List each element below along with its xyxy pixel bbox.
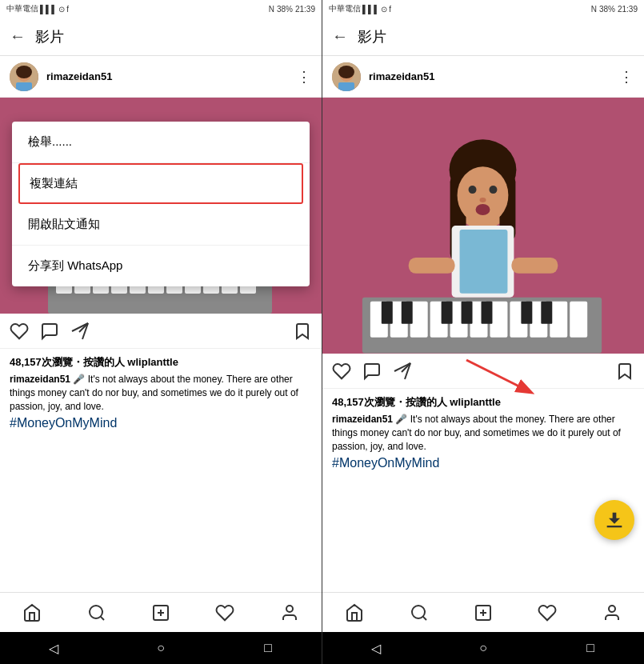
fb-icon-right: f (389, 5, 391, 14)
carrier-left: 中華電信 (6, 3, 38, 14)
profile-nav-left[interactable] (278, 601, 302, 625)
svg-rect-80 (460, 230, 508, 294)
caption-username-left: rimazeidan51 (10, 374, 70, 385)
svg-point-88 (412, 606, 425, 618)
caption-username-right: rimazeidan51 (332, 414, 393, 425)
action-bar-right (322, 354, 644, 389)
svg-rect-64 (402, 302, 413, 324)
svg-rect-63 (382, 302, 393, 324)
comment-button-right[interactable] (362, 362, 382, 381)
svg-point-77 (480, 198, 486, 202)
menu-item-report[interactable]: 檢舉...... (12, 122, 310, 163)
home-nav-left[interactable] (20, 601, 44, 625)
profile-nav-right[interactable] (600, 601, 624, 625)
action-bar-left (0, 314, 322, 349)
right-phone-panel: 中華電信 ▌▌▌ ⊙ f N 38% 21:39 ← 影片 rimazeidan… (322, 0, 644, 664)
back-button-right[interactable]: ← (332, 27, 348, 46)
svg-rect-69 (541, 302, 552, 324)
context-menu: 檢舉...... 複製連結 開啟貼文通知 分享到 WhatsApp (12, 122, 310, 286)
signal-left: ▌▌▌ (40, 5, 57, 14)
status-right-left: N 38% 21:39 (269, 5, 315, 14)
svg-rect-68 (521, 302, 532, 324)
more-options-left[interactable]: ⋮ (297, 68, 312, 86)
comment-button-left[interactable] (40, 322, 59, 341)
username-right: rimazeidan51 (369, 70, 611, 82)
svg-rect-67 (482, 302, 493, 324)
likes-count-left: 48,157次瀏覽・按讚的人 wliplanttle (10, 355, 312, 370)
mic-emoji-left: 🎤 (73, 374, 87, 385)
post-content-left: 48,157次瀏覽・按讚的人 wliplanttle rimazeidan51 … (0, 349, 322, 592)
more-options-right[interactable]: ⋮ (619, 68, 634, 86)
svg-line-89 (422, 616, 426, 619)
svg-rect-58 (490, 302, 507, 338)
app-title-left: 影片 (35, 27, 312, 46)
svg-point-75 (469, 186, 477, 194)
app-title-right: 影片 (358, 27, 634, 46)
share-button-right[interactable] (393, 362, 412, 381)
mic-emoji-right: 🎤 (395, 414, 410, 425)
menu-item-notifications[interactable]: 開啟貼文通知 (12, 204, 310, 246)
android-nav-left: ◁ ○ □ (0, 632, 322, 664)
svg-rect-49 (338, 82, 354, 91)
svg-rect-61 (550, 302, 567, 338)
hashtag-left: #MoneyOnMyMind (10, 416, 312, 430)
android-recent-left[interactable]: □ (260, 640, 276, 656)
svg-rect-3 (16, 82, 32, 91)
heart-nav-left[interactable] (213, 601, 237, 625)
like-button-right[interactable] (332, 362, 351, 381)
time-left: 21:39 (295, 5, 315, 14)
heart-nav-right[interactable] (535, 601, 559, 625)
likes-count-right: 48,157次瀏覽・按讚的人 wliplanttle (332, 395, 634, 410)
status-bar-right: 中華電信 ▌▌▌ ⊙ f N 38% 21:39 (322, 0, 644, 18)
share-button-left[interactable] (70, 322, 90, 341)
bluetooth-left: N (269, 5, 274, 14)
svg-rect-62 (570, 302, 587, 338)
caption-right: rimazeidan51 🎤 It's not always about the… (332, 413, 634, 453)
app-bar-left: ← 影片 (0, 18, 322, 56)
svg-rect-82 (511, 258, 558, 274)
video-area-right (322, 98, 644, 354)
android-back-left[interactable]: ◁ (46, 640, 62, 656)
svg-point-93 (609, 606, 615, 612)
avatar-left (10, 62, 38, 91)
download-button[interactable] (594, 500, 634, 540)
post-header-left: rimazeidan51 ⋮ (0, 56, 322, 98)
battery-right: 38% (599, 5, 615, 14)
add-nav-left[interactable] (149, 601, 173, 625)
bottom-nav-right (322, 592, 644, 632)
bookmark-button-left[interactable] (293, 322, 312, 341)
svg-line-41 (100, 616, 103, 619)
like-button-left[interactable] (10, 322, 29, 341)
android-home-left[interactable]: ○ (153, 640, 169, 656)
android-back-right[interactable]: ◁ (368, 640, 384, 656)
bookmark-button-right[interactable] (615, 362, 634, 381)
svg-point-45 (286, 606, 293, 612)
search-nav-right[interactable] (407, 601, 431, 625)
left-phone-panel: 中華電信 ▌▌▌ ⊙ f N 38% 21:39 ← 影片 rimazeidan… (0, 0, 322, 664)
android-home-right[interactable]: ○ (475, 640, 491, 656)
svg-point-40 (90, 606, 102, 618)
post-content-right: 48,157次瀏覽・按讚的人 wliplanttle rimazeidan51 … (322, 389, 644, 592)
menu-item-copy-highlighted[interactable]: 複製連結 (18, 163, 303, 204)
svg-rect-66 (462, 302, 473, 324)
home-nav-right[interactable] (342, 601, 366, 625)
avatar-right (332, 62, 361, 91)
status-bar-left: 中華電信 ▌▌▌ ⊙ f N 38% 21:39 (0, 0, 322, 18)
menu-item-whatsapp[interactable]: 分享到 WhatsApp (12, 246, 310, 286)
svg-point-78 (476, 204, 490, 215)
svg-rect-65 (442, 302, 453, 324)
svg-rect-54 (410, 302, 428, 338)
wifi-left: ⊙ (58, 5, 65, 14)
battery-left: 38% (277, 5, 293, 14)
svg-point-48 (338, 66, 354, 78)
add-nav-right[interactable] (471, 601, 495, 625)
status-left-right: 中華電信 ▌▌▌ ⊙ f (329, 3, 391, 14)
back-button-left[interactable]: ← (10, 27, 26, 46)
caption-left: rimazeidan51 🎤 It's not always about the… (10, 373, 312, 413)
status-left: 中華電信 ▌▌▌ ⊙ f (6, 3, 69, 14)
app-bar-right: ← 影片 (322, 18, 644, 56)
android-recent-right[interactable]: □ (582, 640, 598, 656)
username-left: rimazeidan51 (46, 70, 289, 82)
search-nav-left[interactable] (85, 601, 109, 625)
time-right: 21:39 (618, 5, 638, 14)
